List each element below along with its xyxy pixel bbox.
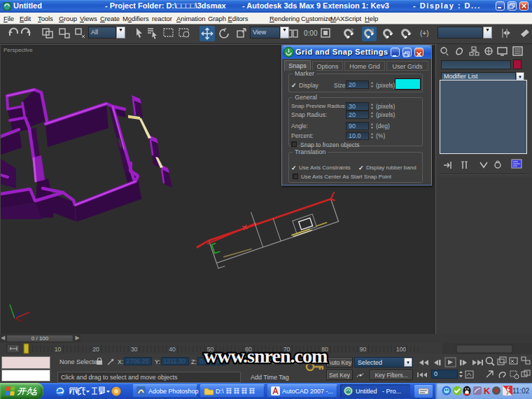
svg-text:20: 20 xyxy=(92,346,99,353)
svg-text:2: 2 xyxy=(351,28,354,33)
svg-text:40: 40 xyxy=(169,346,176,353)
svg-text:30: 30 xyxy=(131,346,138,353)
svg-text:0:00: 0:00 xyxy=(304,29,318,37)
svg-text:90: 90 xyxy=(360,346,367,353)
svg-text:(+): (+) xyxy=(420,29,429,37)
svg-text:100: 100 xyxy=(396,346,406,353)
svg-text:10: 10 xyxy=(55,346,62,353)
svg-text:K: K xyxy=(484,386,491,396)
svg-text:3: 3 xyxy=(371,28,374,33)
svg-text:www.snren.com: www.snren.com xyxy=(204,345,328,367)
